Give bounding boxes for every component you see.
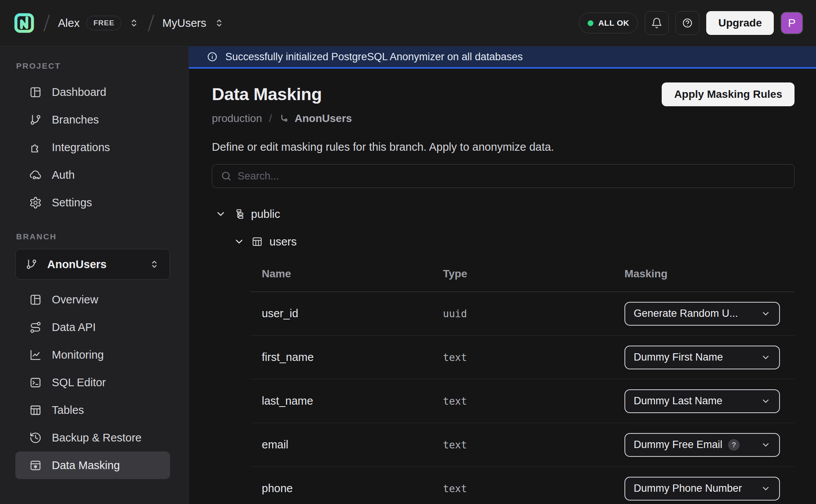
sidebar-item-tables[interactable]: Tables: [15, 396, 170, 424]
column-header-type: Type: [431, 268, 613, 280]
sidebar-item-data-api[interactable]: Data API: [15, 313, 170, 341]
sidebar-item-settings[interactable]: Settings: [15, 189, 170, 216]
chevron-down-icon[interactable]: [233, 236, 245, 247]
sidebar-item-sql-editor[interactable]: SQL Editor: [15, 369, 170, 396]
data-api-icon: [29, 321, 42, 334]
masking-rule-select[interactable]: Generate Random U...: [624, 302, 780, 326]
child-branch-icon: [279, 113, 290, 124]
sidebar-item-dashboard[interactable]: Dashboard: [15, 78, 170, 106]
column-name-value: user_id: [250, 307, 431, 320]
settings-icon: [29, 196, 42, 209]
sidebar-item-label: Overview: [52, 293, 98, 306]
table-row: user_id uuid Generate Random U...: [250, 292, 795, 336]
info-icon: [206, 51, 218, 63]
page-title: Data Masking: [212, 84, 322, 104]
column-header-masking: Masking: [613, 268, 795, 280]
dashboard-icon: [29, 293, 42, 306]
sidebar-item-data-masking[interactable]: Data Masking: [15, 451, 170, 479]
table-row: first_name text Dummy First Name: [250, 336, 795, 379]
org-switcher[interactable]: Alex FREE: [58, 16, 140, 30]
chevrons-up-down-icon: [128, 17, 140, 29]
sidebar-item-monitoring[interactable]: Monitoring: [15, 341, 170, 369]
chevron-down-icon: [761, 309, 771, 319]
masking-rule-select[interactable]: Dummy Last Name: [624, 389, 780, 413]
chevron-down-icon[interactable]: [215, 208, 226, 220]
sidebar-item-auth[interactable]: Auth: [15, 161, 170, 189]
sidebar-section-project: PROJECT: [16, 61, 170, 71]
help-badge[interactable]: ?: [728, 439, 740, 451]
table-icon: [251, 236, 263, 247]
column-masking-cell: Dummy Last Name: [613, 389, 795, 413]
column-masking-cell: Dummy Free Email ?: [613, 433, 795, 457]
project-switcher[interactable]: MyUsers: [162, 17, 225, 30]
column-type-value: text: [431, 483, 613, 494]
banner-text: Successfully initialized PostgreSQL Anon…: [225, 51, 523, 63]
column-name-value: first_name: [250, 351, 431, 364]
project-nav: Dashboard Branches Integrations Auth Set…: [15, 78, 170, 216]
column-name-value: last_name: [250, 395, 431, 407]
chevron-down-icon: [761, 440, 771, 450]
table-body: user_id uuid Generate Random U... first_…: [250, 292, 795, 504]
branch-nav: Overview Data API Monitoring SQL Editor …: [15, 286, 170, 479]
sidebar-item-label: Branches: [52, 114, 99, 126]
sidebar-item-backup-restore[interactable]: Backup & Restore: [15, 424, 170, 451]
breadcrumb-separator: /: [269, 112, 272, 125]
masking-rule-select[interactable]: Dummy Free Email ?: [624, 433, 780, 457]
apply-masking-rules-button[interactable]: Apply Masking Rules: [662, 82, 795, 106]
user-avatar[interactable]: P: [781, 12, 803, 34]
sidebar-item-label: Backup & Restore: [52, 432, 142, 444]
branch-selector[interactable]: AnonUsers: [15, 249, 170, 280]
search-input[interactable]: [212, 165, 794, 188]
sidebar-item-label: Tables: [52, 404, 84, 417]
sidebar-section-branch: BRANCH: [16, 232, 170, 242]
success-banner: Successfully initialized PostgreSQL Anon…: [189, 46, 816, 69]
app-root: Alex FREE MyUsers ALL OK Upgrade P P: [0, 0, 816, 504]
column-type-value: uuid: [431, 308, 613, 320]
table-row: email text Dummy Free Email ?: [250, 423, 795, 467]
status-pill[interactable]: ALL OK: [579, 13, 638, 33]
top-header: Alex FREE MyUsers ALL OK Upgrade P: [0, 0, 816, 46]
column-type-value: text: [431, 439, 613, 451]
sidebar-item-label: Monitoring: [52, 349, 104, 361]
upgrade-button[interactable]: Upgrade: [706, 11, 774, 35]
masking-rule-select[interactable]: Dummy Phone Number: [624, 477, 780, 501]
chevron-down-icon: [761, 484, 771, 494]
bell-icon: [651, 17, 662, 29]
notifications-button[interactable]: [645, 11, 669, 35]
chevrons-up-down-icon: [213, 17, 225, 29]
status-label: ALL OK: [598, 18, 629, 28]
page-description: Define or edit masking rules for this br…: [212, 141, 795, 153]
sidebar-item-label: Dashboard: [52, 86, 106, 99]
branch-icon: [25, 258, 38, 270]
sidebar-item-integrations[interactable]: Integrations: [15, 133, 170, 161]
sidebar-item-overview[interactable]: Overview: [15, 286, 170, 313]
tree-node-table[interactable]: users: [212, 233, 795, 250]
branches-icon: [29, 114, 42, 126]
column-name-value: phone: [250, 482, 431, 495]
columns-table: NameTypeMasking user_id uuid Generate Ra…: [250, 260, 795, 504]
breadcrumb-branch[interactable]: AnonUsers: [295, 112, 352, 125]
breadcrumb: production / AnonUsers: [212, 112, 795, 125]
sidebar-item-label: Data Masking: [52, 459, 120, 472]
sidebar-item-label: Auth: [52, 169, 75, 181]
tree-node-schema[interactable]: public: [212, 206, 795, 222]
branch-selector-name: AnonUsers: [47, 258, 107, 271]
column-header-name: Name: [250, 268, 431, 280]
integrations-icon: [29, 141, 42, 154]
shell: PROJECT Dashboard Branches Integrations …: [0, 46, 816, 504]
backup-restore-icon: [29, 432, 42, 444]
breadcrumb-env[interactable]: production: [212, 112, 262, 125]
data-masking-icon: [29, 459, 42, 472]
sidebar-item-branches[interactable]: Branches: [15, 106, 170, 133]
table-name: users: [269, 236, 297, 248]
column-type-value: text: [431, 395, 613, 407]
search-icon: [221, 171, 232, 182]
column-name-value: email: [250, 438, 431, 451]
neon-logo: [13, 12, 35, 34]
main-content: Successfully initialized PostgreSQL Anon…: [189, 46, 816, 504]
help-button[interactable]: [676, 11, 699, 35]
masking-rule-select[interactable]: Dummy First Name: [624, 346, 780, 369]
schema-icon: [233, 208, 244, 220]
table-header-row: NameTypeMasking: [250, 260, 795, 292]
column-masking-cell: Dummy First Name: [613, 346, 795, 369]
